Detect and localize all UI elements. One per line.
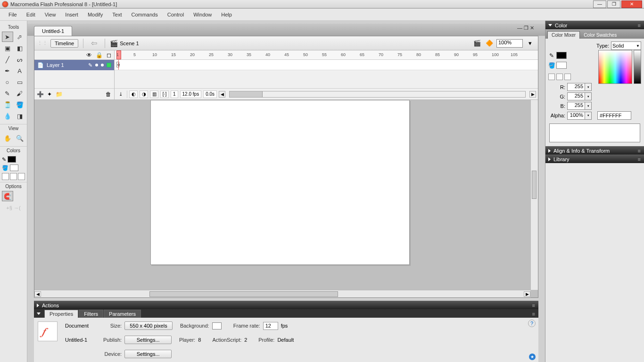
stage[interactable] bbox=[150, 100, 410, 265]
lock-icon[interactable]: 🔒 bbox=[96, 52, 103, 58]
add-folder-icon[interactable]: 📁 bbox=[55, 90, 63, 98]
swap-colors-icon[interactable] bbox=[564, 74, 571, 80]
horizontal-scrollbar[interactable]: ◀ ▶ bbox=[34, 290, 530, 297]
frame-ruler[interactable]: 1 5 10 15 20 25 30 35 40 45 50 55 bbox=[115, 50, 538, 60]
value-slider[interactable] bbox=[634, 50, 641, 84]
menu-help[interactable]: Help bbox=[216, 10, 237, 19]
device-settings-button[interactable]: Settings... bbox=[124, 350, 172, 358]
menu-insert[interactable]: Insert bbox=[60, 10, 83, 19]
help-icon[interactable]: ? bbox=[528, 320, 536, 327]
scroll-left-icon[interactable]: ◀ bbox=[219, 91, 225, 98]
align-panel-header[interactable]: Align & Info & Transform ≡ bbox=[545, 146, 644, 155]
tab-color-swatches[interactable]: Color Swatches bbox=[580, 32, 620, 39]
menu-commands[interactable]: Commands bbox=[126, 10, 162, 19]
no-color-icon[interactable] bbox=[10, 173, 17, 180]
background-swatch[interactable] bbox=[212, 322, 222, 329]
fill-swatch[interactable] bbox=[556, 62, 567, 69]
r-stepper[interactable]: ▾ bbox=[585, 83, 592, 91]
no-color-icon[interactable] bbox=[556, 74, 563, 80]
scroll-right-icon[interactable]: ▶ bbox=[529, 91, 536, 98]
frames-track[interactable] bbox=[115, 60, 538, 70]
onion-markers-icon[interactable]: [·] bbox=[160, 90, 169, 98]
subselect-tool[interactable]: ⬀ bbox=[14, 32, 25, 42]
pencil-tool[interactable]: ✎ bbox=[2, 88, 13, 99]
lasso-tool[interactable]: ᔕ bbox=[14, 54, 25, 65]
alpha-input[interactable]: 100% bbox=[567, 112, 585, 120]
g-stepper[interactable]: ▾ bbox=[585, 92, 592, 100]
pen-tool[interactable]: ✒ bbox=[2, 66, 13, 76]
fill-color[interactable] bbox=[10, 165, 18, 171]
alpha-stepper[interactable]: ▾ bbox=[585, 112, 592, 120]
panel-menu-icon[interactable]: ≡ bbox=[638, 23, 641, 28]
tab-properties[interactable]: Properties bbox=[44, 310, 78, 318]
layer-row[interactable]: 📄 Layer 1 ✎ bbox=[34, 60, 114, 70]
publish-settings-button[interactable]: Settings... bbox=[124, 336, 172, 344]
text-tool[interactable]: A bbox=[14, 66, 25, 76]
oval-tool[interactable]: ○ bbox=[2, 77, 13, 87]
outline-icon[interactable]: ◻ bbox=[107, 52, 111, 58]
selection-tool[interactable]: ➤ bbox=[2, 32, 13, 42]
center-frame-icon[interactable]: ⤓ bbox=[116, 90, 125, 98]
layer-lock-dot[interactable] bbox=[101, 64, 104, 66]
onion-outline-icon[interactable]: ◑ bbox=[140, 90, 148, 98]
r-input[interactable]: 255 bbox=[567, 83, 585, 91]
zoom-tool[interactable]: 🔍 bbox=[14, 133, 25, 143]
hex-input[interactable]: #FFFFFF bbox=[597, 111, 631, 120]
panel-menu-icon[interactable]: ≡ bbox=[532, 303, 536, 308]
hscroll-left-icon[interactable]: ◀ bbox=[34, 291, 41, 297]
menu-modify[interactable]: Modify bbox=[83, 10, 107, 19]
onion-skin-icon[interactable]: ◐ bbox=[129, 90, 138, 98]
snap-option[interactable]: 🧲 bbox=[2, 191, 13, 201]
accessibility-icon[interactable]: ★ bbox=[529, 354, 536, 360]
zoom-level[interactable]: 100% bbox=[496, 39, 523, 48]
gradient-transform-tool[interactable]: ◧ bbox=[14, 43, 25, 53]
menu-control[interactable]: Control bbox=[163, 10, 189, 19]
ink-bottle-tool[interactable]: 🫙 bbox=[2, 99, 13, 110]
color-picker[interactable] bbox=[598, 50, 632, 84]
layer-outline-sq[interactable] bbox=[107, 63, 111, 67]
eyedropper-tool[interactable]: 💧 bbox=[2, 111, 13, 121]
edit-symbol-icon[interactable]: 🔶 bbox=[484, 38, 495, 49]
layer-vis-dot[interactable] bbox=[95, 64, 98, 66]
paint-bucket-tool[interactable]: 🪣 bbox=[14, 99, 25, 110]
zoom-dropdown-icon[interactable]: ▾ bbox=[525, 38, 535, 49]
panel-menu-icon[interactable]: ≡ bbox=[532, 311, 536, 317]
tab-filters[interactable]: Filters bbox=[79, 310, 103, 318]
add-guide-icon[interactable]: ✦ bbox=[46, 90, 53, 98]
add-layer-icon[interactable]: ➕ bbox=[36, 90, 44, 98]
back-button[interactable]: ⇦ bbox=[88, 39, 100, 48]
library-panel-header[interactable]: Library ≡ bbox=[545, 155, 644, 163]
free-transform-tool[interactable]: ▣ bbox=[2, 43, 13, 53]
doc-tab[interactable]: Untitled-1 bbox=[34, 26, 72, 36]
timeline-toggle[interactable]: Timeline bbox=[50, 39, 78, 48]
grip-icon[interactable]: ⋮⋮ bbox=[37, 40, 48, 46]
panel-menu-icon[interactable]: ≡ bbox=[638, 156, 641, 162]
brush-tool[interactable]: 🖌 bbox=[14, 88, 25, 99]
tab-parameters[interactable]: Parameters bbox=[104, 310, 141, 318]
eye-icon[interactable]: 👁 bbox=[86, 52, 92, 58]
tab-color-mixer[interactable]: Color Mixer bbox=[547, 31, 580, 39]
delete-layer-icon[interactable]: 🗑 bbox=[105, 90, 112, 98]
edit-scene-icon[interactable]: 🎬 bbox=[472, 38, 482, 49]
b-input[interactable]: 255 bbox=[567, 102, 585, 110]
menu-file[interactable]: File bbox=[4, 10, 22, 19]
frame-scrollbar[interactable] bbox=[229, 91, 526, 98]
rectangle-tool[interactable]: ▭ bbox=[14, 77, 25, 87]
menu-edit[interactable]: Edit bbox=[22, 10, 40, 19]
menu-window[interactable]: Window bbox=[189, 10, 216, 19]
mdi-close[interactable]: ✕ bbox=[530, 25, 534, 31]
stroke-color[interactable] bbox=[8, 156, 16, 163]
hand-tool[interactable]: ✋ bbox=[2, 133, 13, 143]
vertical-scrollbar[interactable] bbox=[530, 100, 538, 290]
b-stepper[interactable]: ▾ bbox=[585, 102, 592, 110]
stroke-swatch[interactable] bbox=[556, 52, 567, 59]
scene-crumb[interactable]: 🎬 Scene 1 bbox=[110, 40, 139, 47]
eraser-tool[interactable]: ◨ bbox=[14, 111, 25, 121]
close-button[interactable]: ✕ bbox=[621, 0, 642, 8]
minimize-button[interactable]: — bbox=[593, 0, 606, 8]
menu-view[interactable]: View bbox=[40, 10, 61, 19]
mdi-restore[interactable]: ❐ bbox=[524, 25, 528, 31]
edit-multiple-icon[interactable]: ▥ bbox=[150, 90, 158, 98]
panel-menu-icon[interactable]: ≡ bbox=[638, 148, 641, 154]
line-tool[interactable]: ╱ bbox=[2, 54, 13, 65]
